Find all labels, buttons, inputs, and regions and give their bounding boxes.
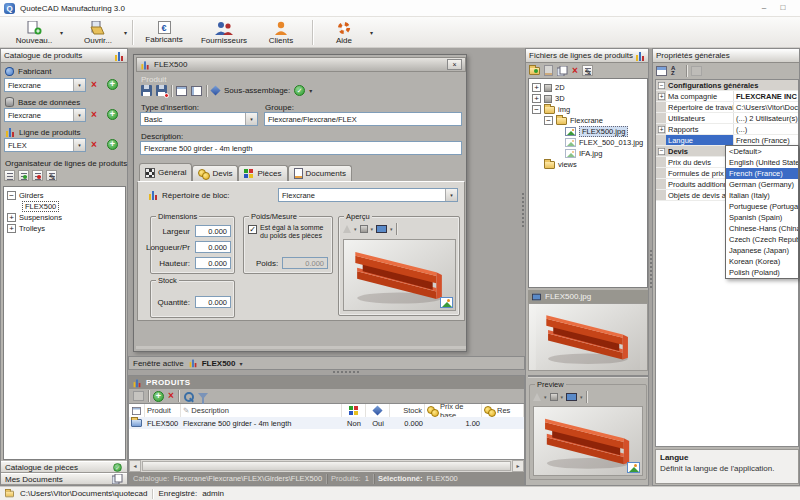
- tab-pieces[interactable]: Pièces: [238, 165, 287, 181]
- tree-item-ifa-jpg[interactable]: IFA.jpg: [529, 148, 647, 159]
- expander-icon[interactable]: [7, 191, 16, 200]
- language-option[interactable]: Spanish (Spain): [726, 212, 798, 223]
- delete-database-button[interactable]: [91, 110, 97, 120]
- categorized-icon[interactable]: [656, 66, 667, 76]
- suppliers-button[interactable]: Fournisseurs: [196, 18, 252, 47]
- chevron-down-icon[interactable]: [354, 226, 357, 232]
- chevron-down-icon[interactable]: [544, 394, 547, 400]
- product-line-combobox[interactable]: FLEX: [4, 138, 86, 152]
- property-row-users[interactable]: Utilisateurs(...) 2 Utilisateur(s): [656, 113, 798, 124]
- expander-icon[interactable]: [657, 147, 664, 154]
- tab-general[interactable]: Général: [139, 163, 192, 181]
- new-dropdown-arrow[interactable]: [60, 29, 63, 36]
- tree-item-3d[interactable]: 3D: [529, 93, 647, 104]
- scrollbar-thumb[interactable]: [142, 461, 511, 471]
- language-option[interactable]: <Default>: [726, 146, 798, 157]
- help-dropdown-arrow[interactable]: [370, 29, 373, 36]
- shaded-icon[interactable]: [550, 393, 558, 401]
- tree-item-flex-500-013-jpg[interactable]: FLEX_500_013.jpg: [529, 137, 647, 148]
- add-database-button[interactable]: +: [107, 109, 118, 120]
- language-option[interactable]: Portuguese (Portugal): [726, 201, 798, 212]
- copy-icon[interactable]: [557, 66, 568, 76]
- save-delete-icon[interactable]: [156, 85, 167, 96]
- expander-icon[interactable]: [532, 94, 541, 103]
- weight-sum-checkbox[interactable]: [248, 225, 257, 234]
- expander-icon[interactable]: [657, 81, 664, 88]
- add-manufacturer-button[interactable]: +: [107, 79, 118, 90]
- language-option[interactable]: Polish (Poland): [726, 267, 798, 278]
- column-header-description[interactable]: Description: [181, 404, 342, 417]
- tab-documents[interactable]: Documents: [288, 165, 352, 181]
- delete-product-button[interactable]: [168, 391, 174, 401]
- layout-columns-icon[interactable]: [191, 86, 202, 96]
- chevron-down-icon[interactable]: [73, 109, 85, 121]
- rename-file-icon[interactable]: [582, 65, 593, 76]
- active-window-value[interactable]: FLEX500: [202, 359, 236, 368]
- tree-item-views[interactable]: views: [529, 159, 647, 170]
- column-header-icon[interactable]: [129, 404, 145, 417]
- splitter-grip[interactable]: [522, 193, 524, 229]
- expander-icon[interactable]: [532, 105, 541, 114]
- chevron-down-icon[interactable]: [445, 189, 457, 201]
- language-option-selected[interactable]: French (France): [726, 168, 798, 179]
- property-value[interactable]: C:\Users\Vitor\Document: [734, 102, 798, 112]
- tree-item-flex500-jpg[interactable]: FLEX500.jpg: [529, 126, 647, 137]
- image-mode-icon[interactable]: [376, 225, 387, 233]
- manufacturer-combobox[interactable]: Flexcrane: [4, 78, 86, 92]
- column-header-res[interactable]: Res: [482, 404, 524, 417]
- save-icon[interactable]: [141, 85, 152, 96]
- property-row-workdir[interactable]: Répertoire de travailC:\Users\Vitor\Docu…: [656, 102, 798, 113]
- row-product-cell[interactable]: FLEX500: [145, 417, 181, 429]
- column-header-parts[interactable]: [342, 404, 366, 417]
- column-header-base-price[interactable]: Prix de base: [425, 404, 482, 417]
- tree-item-girders[interactable]: Girders: [4, 190, 125, 201]
- scroll-right-button[interactable]: [512, 460, 524, 472]
- language-option[interactable]: Chinese-Hans (China): [726, 223, 798, 234]
- block-directory-combobox[interactable]: Flexcrane: [278, 188, 458, 202]
- shaded-icon[interactable]: [360, 225, 368, 233]
- tree-item-2d[interactable]: 2D: [529, 82, 647, 93]
- tree-view-icon[interactable]: [4, 170, 15, 181]
- width-field[interactable]: 0.000: [195, 225, 231, 237]
- open-dropdown-arrow[interactable]: [124, 29, 127, 36]
- row-base-price-cell[interactable]: 1.00: [425, 417, 482, 429]
- chevron-down-icon[interactable]: [309, 87, 312, 94]
- open-button[interactable]: Ouvrir...: [74, 18, 122, 47]
- language-option[interactable]: Korean (Korea): [726, 256, 798, 267]
- delete-product-line-button[interactable]: [91, 140, 97, 150]
- chevron-down-icon[interactable]: [580, 394, 583, 400]
- layout-list-icon[interactable]: [176, 86, 187, 96]
- new-folder-icon[interactable]: [529, 67, 540, 75]
- language-option[interactable]: Japanese (Japan): [726, 245, 798, 256]
- property-category[interactable]: Configurations générales: [656, 80, 798, 91]
- close-icon[interactable]: [447, 59, 462, 70]
- chevron-down-icon[interactable]: [561, 394, 564, 400]
- expander-icon[interactable]: [7, 213, 16, 222]
- scroll-left-button[interactable]: [129, 460, 141, 472]
- language-option[interactable]: Italian (Italy): [726, 190, 798, 201]
- chevron-down-icon[interactable]: [240, 360, 243, 367]
- image-mode-icon[interactable]: [566, 393, 577, 401]
- my-documents-bar[interactable]: Mes Documents: [1, 473, 127, 485]
- wireframe-icon[interactable]: [343, 225, 351, 233]
- add-node-icon[interactable]: [18, 170, 29, 181]
- tree-item-flex500[interactable]: FLEX500: [4, 201, 125, 212]
- chevron-down-icon[interactable]: [73, 139, 85, 151]
- new-button[interactable]: Nouveau..: [10, 18, 58, 47]
- search-icon[interactable]: [183, 391, 194, 402]
- splitter-grip[interactable]: [333, 371, 359, 373]
- wireframe-icon[interactable]: [533, 393, 541, 401]
- clients-button[interactable]: Clients: [258, 18, 304, 47]
- row-stock-cell[interactable]: 0.000: [390, 417, 425, 429]
- chevron-down-icon[interactable]: [390, 226, 393, 232]
- help-button[interactable]: Aide: [322, 18, 366, 47]
- manufacturers-button[interactable]: Fabricants: [138, 18, 190, 47]
- expander-icon[interactable]: [7, 224, 16, 233]
- sort-az-icon[interactable]: AZ: [671, 66, 682, 76]
- description-field[interactable]: Flexcrane 500 girder - 4m length: [140, 141, 462, 155]
- remove-node-icon[interactable]: [32, 170, 43, 181]
- chevron-down-icon[interactable]: [371, 226, 374, 232]
- property-value[interactable]: (...) 2 Utilisateur(s): [734, 113, 798, 123]
- tree-item-suspensions[interactable]: Suspensions: [4, 212, 125, 223]
- tab-devis[interactable]: Devis: [192, 165, 238, 181]
